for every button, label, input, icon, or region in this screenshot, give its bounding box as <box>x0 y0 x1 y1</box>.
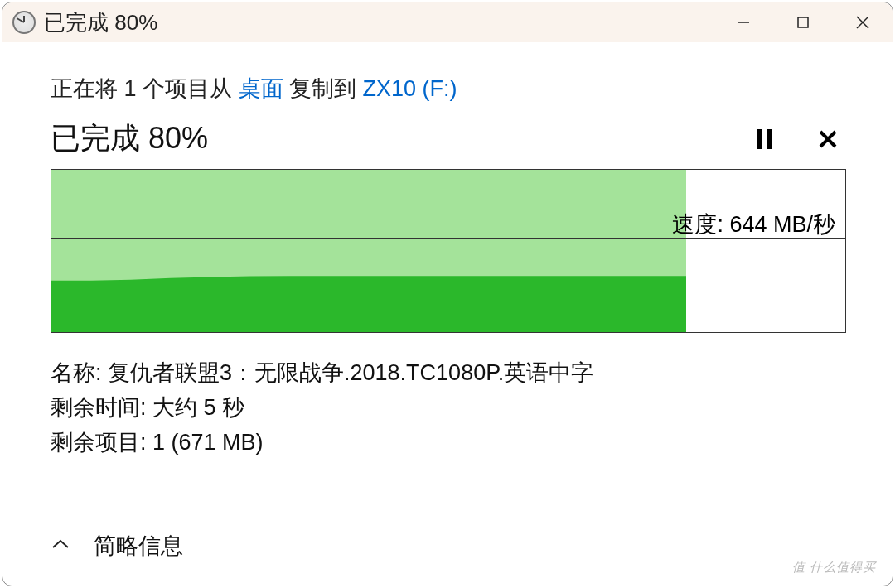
close-window-button[interactable] <box>833 2 893 42</box>
titlebar[interactable]: 已完成 80% <box>2 2 893 42</box>
chevron-up-icon <box>51 537 70 551</box>
watermark: 值 什么值得买 <box>792 560 876 576</box>
speed-chart: 速度: 644 MB/秒 <box>51 169 846 333</box>
pause-button[interactable] <box>751 126 777 152</box>
copy-prefix: 正在将 1 个项目从 <box>51 76 239 101</box>
svg-rect-5 <box>767 129 772 149</box>
time-label: 剩余时间: <box>51 395 147 420</box>
time-value: 大约 5 秒 <box>152 395 244 420</box>
progress-actions <box>751 126 849 152</box>
items-value: 1 (671 MB) <box>152 430 264 455</box>
speed-label: 速度: 644 MB/秒 <box>669 210 839 239</box>
name-label: 名称: <box>51 360 102 385</box>
minimize-icon <box>735 14 752 31</box>
copy-mid: 复制到 <box>283 76 363 101</box>
copy-description: 正在将 1 个项目从 桌面 复制到 ZX10 (F:) <box>51 74 849 104</box>
destination-link[interactable]: ZX10 (F:) <box>363 76 457 101</box>
svg-rect-1 <box>798 17 808 27</box>
pause-icon <box>754 128 774 151</box>
detail-name-row: 名称: 复仇者联盟3：无限战争.2018.TC1080P.英语中字 <box>51 356 849 391</box>
content-area: 正在将 1 个项目从 桌面 复制到 ZX10 (F:) 已完成 80% 速度: … <box>2 42 893 586</box>
bottom-row: 简略信息 <box>51 498 849 577</box>
toggle-details-button[interactable] <box>51 537 70 554</box>
x-icon <box>817 128 839 150</box>
brief-info-label[interactable]: 简略信息 <box>94 531 183 561</box>
cancel-button[interactable] <box>815 126 841 152</box>
source-link[interactable]: 桌面 <box>239 76 283 101</box>
progress-row: 已完成 80% <box>51 118 849 159</box>
close-icon <box>854 13 872 31</box>
details-section: 名称: 复仇者联盟3：无限战争.2018.TC1080P.英语中字 剩余时间: … <box>51 356 849 460</box>
detail-time-row: 剩余时间: 大约 5 秒 <box>51 391 849 426</box>
minimize-button[interactable] <box>714 2 773 42</box>
items-label: 剩余项目: <box>51 430 147 455</box>
window-title: 已完成 80% <box>44 8 157 37</box>
maximize-icon <box>795 14 811 31</box>
svg-rect-4 <box>757 129 762 149</box>
file-copy-dialog: 已完成 80% 正在将 1 个项目从 桌面 复制到 ZX10 (F:) 已完成 … <box>2 2 893 586</box>
maximize-button[interactable] <box>773 2 833 42</box>
progress-text: 已完成 80% <box>51 118 208 159</box>
name-value: 复仇者联盟3：无限战争.2018.TC1080P.英语中字 <box>108 360 593 385</box>
clock-icon <box>12 11 36 34</box>
detail-items-row: 剩余项目: 1 (671 MB) <box>51 426 849 460</box>
window-controls <box>714 2 893 42</box>
